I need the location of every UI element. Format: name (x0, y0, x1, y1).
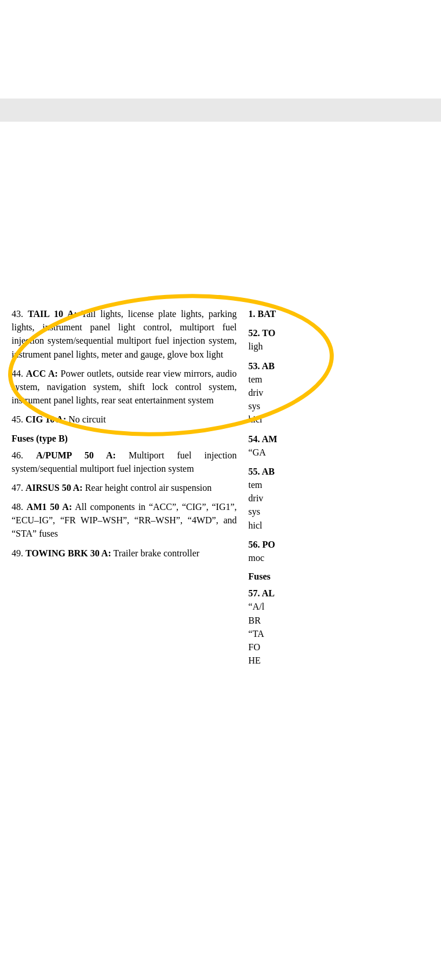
right-entry-52: 52. TO ligh (249, 326, 435, 353)
left-column: 43. TAIL 10 A: Tail lights, license plat… (0, 307, 243, 673)
entry-44-label: ACC A: (26, 369, 58, 378)
right-entry-57-desc: “A/lBR“TAFOHE (249, 602, 265, 665)
entry-47-label: AIRSUS 50 A: (25, 483, 83, 493)
entry-49-label: TOWING BRK 30 A: (25, 548, 111, 558)
right-entry-55-desc: temdrivsyshicl (249, 480, 264, 530)
right-entry-56-desc: moc (249, 553, 265, 563)
right-entry-57-label: 57. AL (249, 588, 275, 598)
entry-48: 48. AM1 50 A: All components in “ACC”, “… (12, 500, 237, 541)
right-entry-57: 57. AL “A/lBR“TAFOHE (249, 586, 435, 667)
entry-43-label: TAIL 10 A: (28, 309, 77, 319)
entry-48-number: 48. (12, 502, 27, 512)
right-entry-1-label: 1. BAT (249, 309, 276, 319)
right-entry-55-label: 55. AB (249, 467, 275, 476)
right-entry-54-label: 54. AM (249, 434, 278, 444)
top-white-space (0, 0, 441, 99)
entry-44: 44. ACC A: Power outlets, outside rear v… (12, 367, 237, 407)
content-area: 43. TAIL 10 A: Tail lights, license plat… (0, 307, 441, 696)
entry-46: 46. A/PUMP 50 A: Multiport fuel injectio… (12, 449, 237, 475)
right-column: 1. BAT 52. TO ligh 53. AB temdrivsyshicl… (243, 307, 441, 673)
white-space-2 (0, 122, 441, 307)
entry-45: 45. CIG 10 A: No circuit (12, 413, 237, 426)
entry-47: 47. AIRSUS 50 A: Rear height control air… (12, 481, 237, 494)
right-section-header: Fuses (249, 571, 435, 582)
section-header-type-b: Fuses (type B) (12, 433, 237, 444)
entry-47-number: 47. (12, 483, 25, 493)
right-entry-56-label: 56. PO (249, 540, 275, 549)
right-entry-53-label: 53. AB (249, 361, 275, 371)
right-entry-54-desc: “GA (249, 447, 266, 457)
entry-45-number: 45. (12, 414, 25, 424)
entry-43-number: 43. (12, 309, 28, 319)
gray-bar (0, 99, 441, 122)
entry-43: 43. TAIL 10 A: Tail lights, license plat… (12, 307, 237, 361)
right-entry-52-desc: ligh (249, 341, 263, 351)
entry-49-number: 49. (12, 548, 25, 558)
entry-47-desc: Rear height control air suspension (85, 483, 212, 493)
right-entry-56: 56. PO moc (249, 538, 435, 564)
right-entry-52-label: 52. TO (249, 328, 276, 338)
entry-49: 49. TOWING BRK 30 A: Trailer brake contr… (12, 547, 237, 560)
right-entry-53: 53. AB temdrivsyshicl (249, 359, 435, 427)
entry-44-number: 44. (12, 369, 26, 378)
entry-45-label: CIG 10 A: (25, 414, 66, 424)
entry-49-desc: Trailer brake controller (113, 548, 199, 558)
entry-46-number: 46. (12, 450, 36, 460)
right-entry-55: 55. AB temdrivsyshicl (249, 465, 435, 532)
right-entry-54: 54. AM “GA (249, 432, 435, 459)
entry-45-desc: No circuit (68, 414, 105, 424)
entry-48-label: AM1 50 A: (27, 502, 72, 512)
right-entry-53-desc: temdrivsyshicl (249, 374, 264, 425)
entry-46-label: A/PUMP 50 A: (36, 450, 116, 460)
right-entry-1: 1. BAT (249, 307, 435, 320)
